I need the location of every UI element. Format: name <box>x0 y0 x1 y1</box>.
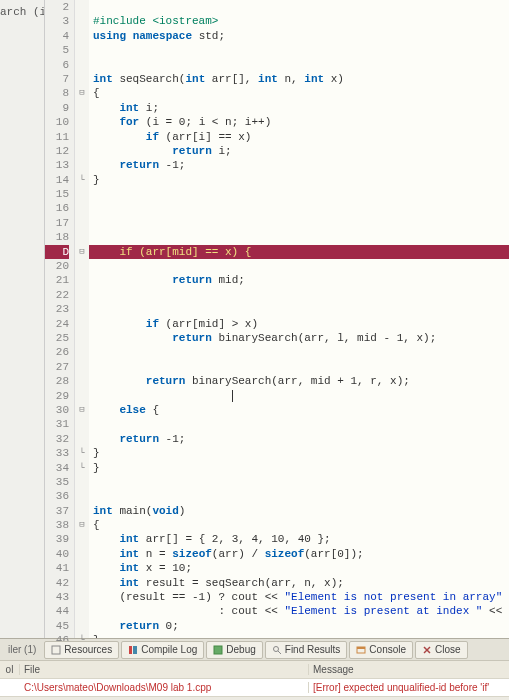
code-line[interactable]: int main(void) <box>89 504 509 518</box>
svg-rect-2 <box>133 646 137 654</box>
line-number: 11 <box>45 130 69 144</box>
fold-marker <box>75 374 89 388</box>
code-line[interactable]: using namespace std; <box>89 29 509 43</box>
code-line[interactable]: return -1; <box>89 158 509 172</box>
code-line[interactable] <box>89 475 509 489</box>
fold-marker <box>75 130 89 144</box>
code-line[interactable]: return binarySearch(arr, l, mid - 1, x); <box>89 331 509 345</box>
fold-marker[interactable]: └ <box>75 173 89 187</box>
close-tab[interactable]: Close <box>415 641 468 659</box>
code-line[interactable] <box>89 417 509 431</box>
code-line[interactable]: } <box>89 173 509 187</box>
code-line[interactable] <box>89 389 509 403</box>
code-editor[interactable]: #include <iostream>using namespace std;i… <box>89 0 509 638</box>
fold-marker[interactable]: ⊟ <box>75 245 89 259</box>
find-results-label: Find Results <box>285 644 341 655</box>
line-number: 25 <box>45 331 69 345</box>
code-line[interactable] <box>89 216 509 230</box>
fold-marker[interactable]: ⊟ <box>75 518 89 532</box>
code-line[interactable]: int n = sizeof(arr) / sizeof(arr[0]); <box>89 547 509 561</box>
fold-marker <box>75 590 89 604</box>
fold-marker[interactable]: └ <box>75 461 89 475</box>
code-line[interactable] <box>89 201 509 215</box>
code-line[interactable] <box>89 259 509 273</box>
fold-marker <box>75 187 89 201</box>
fold-marker[interactable]: ⊟ <box>75 86 89 100</box>
code-line[interactable]: int i; <box>89 101 509 115</box>
line-number: 7 <box>45 72 69 86</box>
console-tab[interactable]: Console <box>349 641 413 659</box>
code-line[interactable]: int result = seqSearch(arr, n, x); <box>89 576 509 590</box>
code-line[interactable]: return i; <box>89 144 509 158</box>
fold-marker <box>75 230 89 244</box>
fold-marker <box>75 317 89 331</box>
code-line[interactable]: { <box>89 86 509 100</box>
fold-marker <box>75 389 89 403</box>
svg-point-4 <box>273 646 278 651</box>
fold-marker[interactable]: ⊟ <box>75 403 89 417</box>
fold-marker <box>75 0 89 14</box>
code-line[interactable]: : cout << "Element is present at index "… <box>89 604 509 618</box>
code-line[interactable]: else { <box>89 403 509 417</box>
close-icon <box>422 645 432 655</box>
code-line[interactable]: if (arr[mid] == x) { <box>89 245 509 259</box>
code-line[interactable] <box>89 230 509 244</box>
line-number: 34 <box>45 461 69 475</box>
code-line[interactable]: } <box>89 461 509 475</box>
code-line[interactable]: return -1; <box>89 432 509 446</box>
code-line[interactable]: int seqSearch(int arr[], int n, int x) <box>89 72 509 86</box>
console-icon <box>356 645 366 655</box>
line-number: 32 <box>45 432 69 446</box>
find-results-tab[interactable]: Find Results <box>265 641 348 659</box>
resources-tab[interactable]: Resources <box>44 641 119 659</box>
code-line[interactable]: } <box>89 446 509 460</box>
fold-marker <box>75 576 89 590</box>
message-column-header[interactable]: Message <box>309 664 509 675</box>
code-line[interactable]: { <box>89 518 509 532</box>
debug-label: Debug <box>226 644 255 655</box>
code-line[interactable]: if (arr[mid] > x) <box>89 317 509 331</box>
code-line[interactable]: return binarySearch(arr, mid + 1, r, x); <box>89 374 509 388</box>
fold-marker <box>75 604 89 618</box>
fold-marker <box>75 288 89 302</box>
bottom-panel: iler (1) Resources Compile Log Debug Fin… <box>0 638 509 700</box>
compile-log-tab[interactable]: Compile Log <box>121 641 204 659</box>
line-number: 17 <box>45 216 69 230</box>
code-line[interactable]: for (i = 0; i < n; i++) <box>89 115 509 129</box>
line-number: 3 <box>45 14 69 28</box>
error-row[interactable]: C:\Users\mateo\Downloads\M09 lab 1.cpp [… <box>0 679 509 697</box>
resources-icon <box>51 645 61 655</box>
code-line[interactable]: (result == -1) ? cout << "Element is not… <box>89 590 509 604</box>
error-file: C:\Users\mateo\Downloads\M09 lab 1.cpp <box>20 682 309 693</box>
line-number: 26 <box>45 345 69 359</box>
code-line[interactable] <box>89 360 509 374</box>
fold-column[interactable]: ⊟└⊟⊟└└⊟└ <box>75 0 89 638</box>
code-line[interactable]: return mid; <box>89 273 509 287</box>
code-line[interactable] <box>89 58 509 72</box>
line-number: 14 <box>45 173 69 187</box>
code-line[interactable] <box>89 288 509 302</box>
line-number: 24 <box>45 317 69 331</box>
fold-marker <box>75 561 89 575</box>
code-line[interactable]: int arr[] = { 2, 3, 4, 10, 40 }; <box>89 532 509 546</box>
fold-marker[interactable]: └ <box>75 446 89 460</box>
code-line[interactable] <box>89 43 509 57</box>
code-line[interactable] <box>89 489 509 503</box>
line-number: 40 <box>45 547 69 561</box>
debug-tab[interactable]: Debug <box>206 641 262 659</box>
code-line[interactable]: if (arr[i] == x) <box>89 130 509 144</box>
code-line[interactable] <box>89 187 509 201</box>
code-line[interactable]: return 0; <box>89 619 509 633</box>
line-number: 9 <box>45 101 69 115</box>
line-number: 18 <box>45 230 69 244</box>
code-line[interactable]: #include <iostream> <box>89 14 509 28</box>
code-line[interactable] <box>89 0 509 14</box>
file-column-header[interactable]: File <box>20 664 309 675</box>
fold-marker <box>75 14 89 28</box>
code-line[interactable] <box>89 345 509 359</box>
line-number: 31 <box>45 417 69 431</box>
code-line[interactable]: } <box>89 633 509 638</box>
code-line[interactable]: int x = 10; <box>89 561 509 575</box>
code-line[interactable] <box>89 302 509 316</box>
line-number: 43 <box>45 590 69 604</box>
